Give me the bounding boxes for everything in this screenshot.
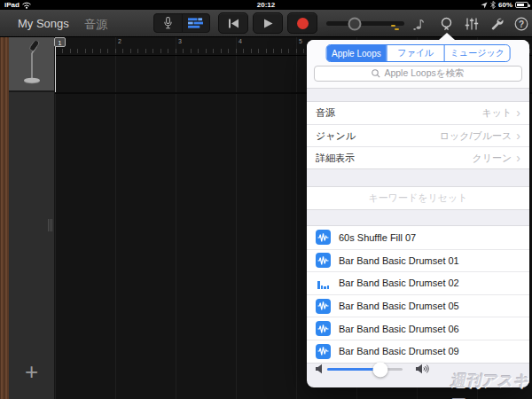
loops-source-tabs: Apple Loops ファイル ミュージック [325,44,511,62]
search-placeholder: Apple Loopsを検索 [384,67,464,80]
popover-header: Apple Loops ファイル ミュージック Apple Loopsを検索 [307,40,529,89]
loop-list-item[interactable]: 60s Shuffle Fill 07 [307,226,529,249]
note-icon[interactable] [411,16,426,32]
microphone-icon [163,16,173,30]
my-songs-button[interactable]: My Songs [18,17,69,30]
help-glyph: ? [519,20,524,29]
record-button[interactable] [287,12,317,34]
filter-descriptors[interactable]: 詳細表示 クリーン › [307,146,529,168]
loop-waveform-icon [316,299,331,314]
location-icon [481,2,488,9]
tab-files[interactable]: ファイル [387,45,444,61]
mic-view-button[interactable] [154,14,182,32]
loop-results-list: 60s Shuffle Fill 07 Bar Band Basic Drums… [307,225,529,364]
loop-name: Bar Band Basic Drumset 06 [339,324,459,334]
loop-name: 60s Shuffle Fill 07 [339,232,416,243]
measure-number: 3 [178,38,182,44]
speaker-low-icon [316,364,324,374]
loop-list-item[interactable]: Bar Band Basic Drumset 01 [307,249,529,272]
loop-waveform-icon [316,230,331,245]
track-header-column: + [9,37,55,399]
watermark: 週刊アスキー [450,371,532,399]
filter-genre[interactable]: ジャンル ロック/ブルース › [307,124,529,146]
filter-label: 音源 [316,106,482,120]
filter-value: クリーン [473,152,512,165]
search-icon [372,69,380,78]
view-mode-segmented-control [153,13,210,33]
loop-list-item[interactable]: Bar Band Basic Drumset 02 [307,271,529,294]
loop-name: Bar Band Basic Drumset 05 [339,301,459,311]
tracks-view-button[interactable] [182,14,210,32]
rewind-button[interactable] [218,12,248,34]
preview-volume-knob[interactable] [372,362,387,377]
reset-keywords-button[interactable]: キーワードをリセット [307,186,529,210]
status-bar: iPad 20:12 60% [0,0,532,10]
loop-list-item[interactable]: Bar Band Basic Drumset 06 [307,317,529,340]
loop-name: Bar Band Basic Drumset 02 [339,278,459,288]
play-icon [263,19,273,28]
record-icon [297,18,309,29]
chevron-right-icon: › [516,108,520,118]
filter-value: キット [482,106,512,120]
instrument-button[interactable]: 音源 [84,17,107,33]
popover-arrow [439,33,455,40]
loop-name: Bar Band Basic Drumset 09 [339,346,459,356]
master-volume-knob[interactable] [348,17,361,30]
loop-waveform-icon [316,344,331,359]
chevron-right-icon: › [516,153,520,163]
loop-name: Bar Band Basic Drumset 01 [339,255,459,266]
microphone-stand-image [17,41,47,87]
garageband-screen: iPad 20:12 60% My Songs 音源 [0,0,532,399]
battery-icon [515,2,528,8]
add-track-button[interactable]: + [9,360,54,383]
wrench-icon[interactable] [489,16,505,32]
loop-browser-icon[interactable] [438,16,454,32]
apple-loops-popover: Apple Loops ファイル ミュージック Apple Loopsを検索 音… [307,40,529,387]
audio-track-header[interactable] [9,37,54,92]
chevron-right-icon: › [516,131,520,141]
speaker-loud-icon [416,364,430,374]
tab-apple-loops[interactable]: Apple Loops [326,45,387,61]
filter-value: ロック/ブルース [440,129,512,143]
play-button[interactable] [253,12,283,34]
column-resize-handle[interactable] [46,219,53,231]
filter-label: 詳細表示 [316,152,473,165]
clock: 20:12 [0,1,532,9]
measure-number: 2 [118,38,121,44]
help-icon[interactable]: ? [513,16,529,32]
loop-playing-bars-icon [316,276,331,291]
mixer-icon[interactable] [464,16,480,32]
loop-filters: 音源 キット › ジャンル ロック/ブルース › 詳細表示 クリーン › [307,101,529,169]
wood-edge-texture [0,37,9,399]
filter-label: ジャンル [316,129,440,143]
battery-percent: 60% [498,1,512,9]
loop-waveform-icon [316,321,331,336]
playhead-marker[interactable]: 1 [54,37,66,47]
tab-music[interactable]: ミュージック [444,45,510,61]
rewind-icon [228,19,239,28]
search-input[interactable]: Apple Loopsを検索 [314,66,522,82]
measure-number: 5 [299,38,302,44]
loop-list-item[interactable]: Bar Band Basic Drumset 05 [307,294,529,317]
measure-number: 4 [239,38,242,44]
tracks-view-icon [188,18,203,28]
bluetooth-icon [490,1,496,9]
filter-instrument[interactable]: 音源 キット › [307,102,529,124]
preview-volume-slider[interactable] [327,368,403,371]
loop-waveform-icon [316,253,331,268]
